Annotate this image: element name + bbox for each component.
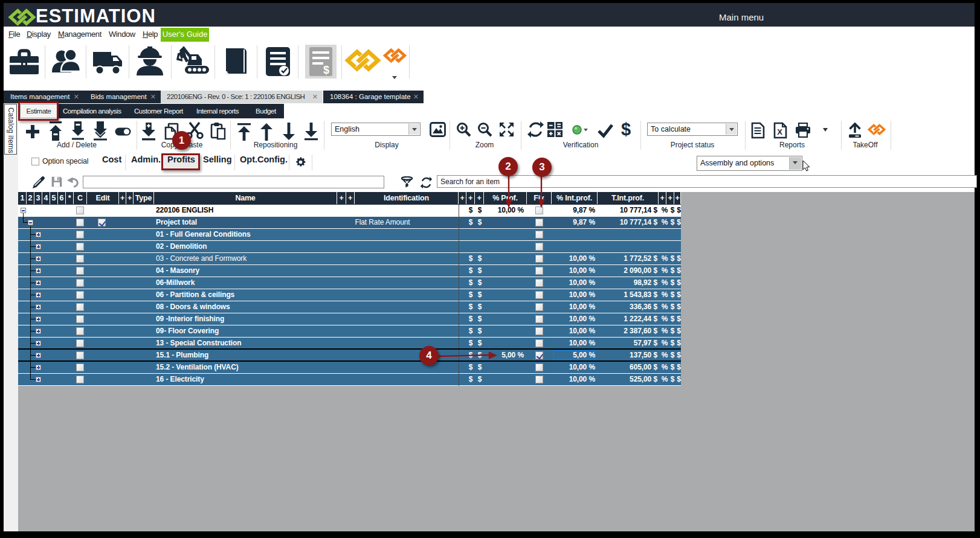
svg-text:$: $ xyxy=(323,64,329,76)
svg-text:X: X xyxy=(777,127,782,136)
